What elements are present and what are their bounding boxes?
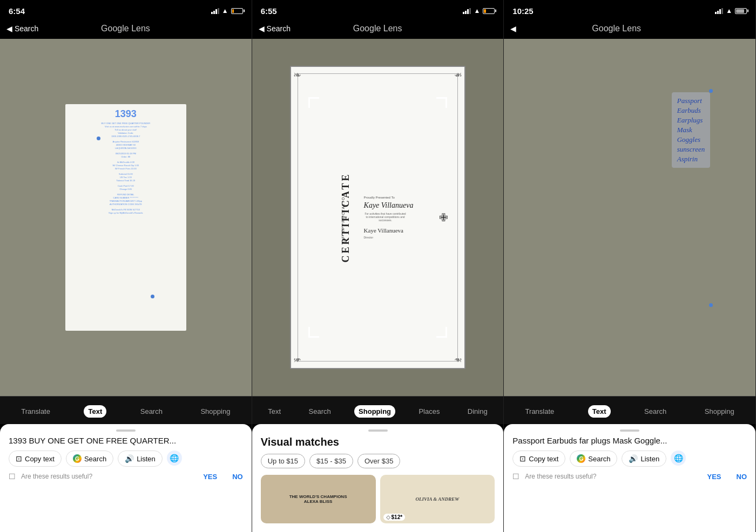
list-hw-mask: Mask [677, 126, 705, 134]
sheet-handle-3 [620, 429, 639, 432]
back-button-3[interactable]: ◀ [510, 24, 516, 33]
phone-panel-2: 6:55 ▲ ◀ Search Google Lens ❧ ❧ ❧ ❧ [252, 0, 504, 532]
translate-icon-1: 🌐 [170, 454, 179, 462]
product-card-2[interactable]: OLIVIA & ANDREW ◇ $12* [380, 475, 495, 523]
tab-places-2[interactable]: Places [414, 405, 444, 418]
listen-button-1[interactable]: 🔊 Listen [118, 451, 163, 467]
blue-dot-bottom [151, 295, 154, 298]
feedback-question-3: Are these results useful? [525, 473, 701, 480]
price-chip-3[interactable]: Over $35 [357, 454, 400, 468]
sheet-handle-1 [116, 429, 136, 432]
signal-icon-1 [211, 8, 219, 14]
copy-text-button-1[interactable]: ⊡ Copy text [9, 451, 62, 467]
feedback-row-1: ☐ Are these results useful? YES NO [9, 472, 243, 481]
cert-paper: ❧ ❧ ❧ ❧ CERTIFICATE OF APPRECIATION Prou… [290, 66, 466, 370]
product-label-1: THE WORLD'S CHAMPIONSALEXA BLISS [285, 490, 352, 508]
search-button-3[interactable]: G Search [570, 451, 617, 467]
tab-search-3[interactable]: Search [640, 405, 671, 418]
translate-button-3[interactable]: 🌐 [671, 451, 686, 466]
action-buttons-1: ⊡ Copy text G Search 🔊 Listen 🌐 [9, 451, 243, 467]
time-3: 10:25 [512, 6, 533, 16]
product-card-1[interactable]: THE WORLD'S CHAMPIONSALEXA BLISS [261, 475, 376, 523]
wifi-icon-3: ▲ [726, 7, 732, 15]
wifi-icon-2: ▲ [474, 7, 480, 15]
list-paper: Passport Earbuds Earplugs Mask Goggles s… [672, 92, 711, 168]
time-1: 6:54 [9, 6, 25, 16]
image-area-2: ❧ ❧ ❧ ❧ CERTIFICATE OF APPRECIATION Prou… [252, 39, 504, 396]
listen-button-3[interactable]: 🔊 Listen [622, 451, 666, 467]
back-button-1[interactable]: ◀ Search [6, 24, 38, 33]
translate-button-1[interactable]: 🌐 [167, 451, 182, 466]
action-buttons-3: ⊡ Copy text G Search 🔊 Listen 🌐 [512, 451, 747, 467]
time-2: 6:55 [261, 6, 277, 16]
status-icons-2: ▲ [463, 7, 495, 15]
diamond-icon: ◇ [386, 514, 390, 520]
feedback-icon-1: ☐ [9, 472, 16, 481]
copy-icon-1: ⊡ [16, 454, 22, 463]
list-hw-aspirin: Aspirin [677, 155, 705, 163]
cert-inner-border [298, 73, 458, 362]
bottom-sheet-1: 1393 BUY ONE GET ONE FREE QUARTER... ⊡ C… [0, 424, 252, 532]
list-hw-passport: Passport [677, 97, 705, 105]
tab-text-2[interactable]: Text [264, 405, 285, 418]
tab-shopping-3[interactable]: Shopping [700, 405, 739, 418]
nav-title-2: Google Lens [291, 24, 464, 33]
cert-subtitle: OF APPRECIATION [341, 193, 345, 243]
listen-icon-1: 🔊 [125, 454, 134, 463]
cert-cross-decoration: ✙ [439, 211, 448, 224]
feedback-no-1[interactable]: NO [232, 473, 243, 481]
nav-bar-1: ◀ Search Google Lens [0, 19, 252, 39]
search-button-1[interactable]: G Search [66, 451, 113, 467]
status-bar-1: 6:54 ▲ [0, 0, 252, 19]
bottom-sheet-3: Passport Earbuds far plugs Mask Goggle..… [504, 424, 755, 532]
product-grid: THE WORLD'S CHAMPIONSALEXA BLISS OLIVIA … [261, 475, 495, 523]
nav-bar-2: ◀ Search Google Lens [252, 19, 504, 39]
bottom-sheet-2: Visual matches Up to $15 $15 - $35 Over … [252, 424, 504, 532]
feedback-yes-3[interactable]: YES [707, 473, 721, 481]
feedback-icon-3: ☐ [512, 472, 519, 481]
tab-bar-1: Translate Text Search Shopping [0, 396, 252, 424]
tab-text-3[interactable]: Text [588, 405, 611, 418]
image-area-1: 1393 BUY ONE GET ONE FREE QUARTER POUNDE… [0, 39, 252, 396]
tab-text-1[interactable]: Text [84, 405, 106, 418]
copy-text-button-3[interactable]: ⊡ Copy text [512, 451, 565, 467]
status-bar-2: 6:55 ▲ [252, 0, 504, 19]
tab-shopping-1[interactable]: Shopping [196, 405, 234, 418]
phone-panel-3: 10:25 ▲ ◀ Google Lens Passport Earbuds E… [504, 0, 756, 532]
feedback-no-3[interactable]: NO [737, 473, 747, 481]
sheet-title-3: Passport Earbuds far plugs Mask Goggle..… [512, 436, 747, 445]
tab-translate-1[interactable]: Translate [17, 405, 55, 418]
feedback-row-3: ☐ Are these results useful? YES NO [512, 472, 747, 481]
price-chip-2[interactable]: $15 - $35 [309, 454, 353, 468]
translate-icon-3: 🌐 [674, 454, 683, 462]
tab-search-2[interactable]: Search [305, 405, 335, 418]
list-hw-earbuds: Earbuds [677, 106, 705, 115]
blue-dot-list-top [709, 89, 713, 93]
battery-icon-2 [483, 8, 495, 14]
tab-shopping-2[interactable]: Shopping [354, 405, 395, 418]
tab-search-1[interactable]: Search [136, 405, 167, 418]
tab-dining-2[interactable]: Dining [463, 405, 492, 418]
listen-icon-3: 🔊 [629, 454, 638, 463]
signal-icon-2 [463, 8, 471, 14]
copy-icon-3: ⊡ [519, 454, 526, 463]
feedback-yes-1[interactable]: YES [203, 473, 217, 481]
nav-title-3: Google Lens [516, 24, 717, 33]
price-chip-1[interactable]: Up to $15 [261, 454, 305, 468]
phone-panel-1: 6:54 ▲ ◀ Search Google Lens 1393 BUY ONE… [0, 0, 252, 532]
back-button-2[interactable]: ◀ Search [259, 24, 291, 33]
status-bar-3: 10:25 ▲ [504, 0, 755, 19]
signal-icon-3 [715, 8, 723, 14]
receipt-paper: 1393 BUY ONE GET ONE FREE QUARTER POUNDE… [65, 104, 186, 331]
receipt-number: 1393 [115, 108, 137, 120]
sheet-title-1: 1393 BUY ONE GET ONE FREE QUARTER... [9, 436, 243, 445]
product-label-2: OLIVIA & ANDREW [414, 494, 462, 504]
tab-translate-3[interactable]: Translate [521, 405, 559, 418]
blue-dot-list-bottom [709, 303, 713, 307]
image-area-3: Passport Earbuds Earplugs Mask Goggles s… [504, 39, 755, 396]
blue-dot-top [97, 137, 100, 140]
tab-bar-2: Text Search Shopping Places Dining [252, 396, 504, 424]
status-icons-3: ▲ [715, 7, 747, 15]
list-hw-goggles: Goggles [677, 135, 705, 144]
google-icon-1: G [73, 454, 82, 463]
